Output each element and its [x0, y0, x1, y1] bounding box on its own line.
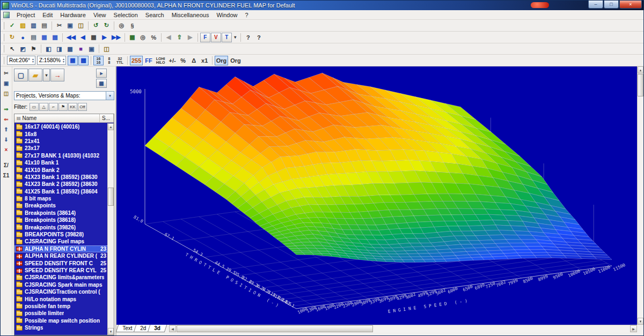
list-item[interactable]: 16x17 (40014) (40016)	[14, 123, 114, 130]
nav-next-button[interactable]: ▶	[99, 33, 109, 42]
history-back-button[interactable]: ◀	[164, 33, 174, 42]
list-item[interactable]: Breakpoints (38614)	[14, 210, 114, 216]
display-255-button[interactable]: 255	[130, 56, 143, 65]
undo-button[interactable]: ↺	[91, 21, 101, 31]
menu-selection[interactable]: Selection	[110, 11, 142, 19]
spinner-arrows[interactable]: ▲ ▼	[62, 58, 65, 63]
nav-last-button[interactable]: ▶▶	[110, 33, 122, 42]
scope-combobox[interactable]: Projects, Versions & Maps: ▾	[14, 91, 114, 100]
column-header-size[interactable]: S...	[100, 114, 114, 122]
list-item[interactable]: 23x17	[14, 145, 114, 152]
text-button[interactable]: T	[222, 33, 232, 42]
display-lohi-button[interactable]: LOHI HILO	[155, 56, 167, 65]
column-header-name[interactable]: ▤ Name	[14, 114, 100, 122]
spinner-down-icon[interactable]: ▼	[32, 61, 34, 63]
list-item[interactable]: ALPHA N FRONT CYLIN 23	[14, 245, 114, 252]
filter-type-button[interactable]: ⌐	[49, 103, 58, 111]
list-item[interactable]: possible limiter	[14, 310, 114, 317]
nav-prev-button[interactable]: ◀	[78, 33, 88, 42]
window-tile-button[interactable]: ▦	[65, 44, 75, 54]
insert-above-button[interactable]: ⇑	[2, 125, 11, 134]
list-item[interactable]: CJSRACING Fuel maps	[14, 238, 114, 245]
table-select-button[interactable]: ▦	[127, 33, 137, 42]
import-file-button[interactable]: →	[50, 69, 64, 81]
list-item[interactable]: Strings	[14, 324, 114, 331]
list-item[interactable]: CJSRACING Spark main maps	[14, 281, 114, 288]
maximize-button[interactable]: □	[604, 1, 619, 9]
factor-button[interactable]: F	[200, 33, 210, 42]
display-sign-button[interactable]: +/-	[167, 56, 178, 65]
horizontal-scrollbar[interactable]: ◀ ▶	[169, 325, 637, 332]
print-preview-button[interactable]: ▤	[28, 33, 39, 42]
list-item[interactable]: Breakpoints (38618)	[14, 216, 114, 223]
cut-button[interactable]: ✂	[54, 21, 64, 31]
flag-button[interactable]: ⚑	[28, 44, 39, 54]
filter-size-button[interactable]: ▭	[30, 103, 39, 111]
toolbar-grip[interactable]	[3, 57, 4, 64]
export-data-button[interactable]: ⇐	[2, 115, 11, 124]
sigma-one-button[interactable]: Σ1	[2, 171, 11, 180]
potentiometer-button[interactable]: ◫	[101, 44, 112, 54]
close-button[interactable]: ×	[619, 1, 642, 9]
nav-first-button[interactable]: ◀◀	[65, 33, 77, 42]
display-x1-button[interactable]: x1	[200, 56, 210, 65]
list-item[interactable]: CJSRACING limits&parameters	[14, 274, 114, 281]
spinner-arrows[interactable]: ▲ ▼	[32, 58, 34, 63]
copy-button[interactable]: ▣	[65, 21, 75, 31]
list-item[interactable]: BREAKPOINTS (39828)	[14, 231, 114, 238]
folder-up-button[interactable]: ⇧	[174, 33, 185, 42]
list-scrollbar[interactable]: ▲ ▼	[107, 123, 114, 335]
filter-kk-button[interactable]: KK	[68, 103, 77, 111]
menu-project[interactable]: Project	[13, 11, 39, 19]
add-checksum-button[interactable]: ✓	[7, 21, 17, 31]
list-item[interactable]: 41X23 Bank 2 (38592) (38630	[14, 181, 114, 188]
list-item[interactable]: 41X23 Bank 1 (38592) (38630	[14, 174, 114, 181]
select-pointer-button[interactable]: ↖	[7, 44, 17, 54]
export-small-button[interactable]: ▸	[96, 69, 107, 78]
filter-off-button[interactable]: Off	[78, 103, 87, 111]
list-item[interactable]: 8 bit maps	[14, 195, 114, 202]
menu-search[interactable]: Search	[142, 11, 168, 19]
display-percent-button[interactable]: %	[178, 56, 188, 65]
copy-button[interactable]: ▣	[2, 79, 11, 88]
open-folder-button[interactable]: ▨	[18, 21, 28, 31]
refresh-button[interactable]: ↻	[7, 33, 17, 42]
help-button[interactable]: ?	[243, 33, 253, 42]
value-button[interactable]: V	[211, 33, 221, 42]
scroll-left-icon[interactable]: ◀	[169, 325, 176, 332]
list-scrollbar-thumb[interactable]	[108, 188, 114, 206]
toolbar-grip[interactable]	[3, 34, 4, 41]
sigma-slash-button[interactable]: Σ/	[2, 161, 11, 170]
chevron-down-icon[interactable]: ▾	[106, 92, 114, 100]
width-ttl-button[interactable]: 32 TTL	[115, 56, 125, 65]
list-item[interactable]: 27x17 BANK 1 (41030) (41032	[14, 152, 114, 159]
list-item[interactable]: ALPHA N REAR CYLINDER ( 23	[14, 252, 114, 259]
print-button[interactable]: ▤	[39, 21, 49, 31]
options-button[interactable]: §	[127, 21, 137, 31]
context-help-button[interactable]: ?	[254, 33, 264, 42]
scroll-down-icon[interactable]: ▼	[108, 328, 114, 335]
minimize-button[interactable]: –	[588, 1, 603, 9]
toolbar-grip[interactable]	[3, 22, 4, 29]
title-bar[interactable]: WinOLS - Ducati Multistrada (Original), …	[1, 1, 643, 10]
display-delta-button[interactable]: Δ	[189, 56, 199, 65]
menu-help[interactable]: ?	[241, 11, 252, 19]
list-item[interactable]: 16x8	[14, 130, 114, 137]
tab-3d[interactable]: 3d	[148, 325, 167, 332]
table-zoom-button[interactable]: ◎	[138, 33, 148, 42]
scroll-down-icon[interactable]: ▼	[638, 318, 643, 325]
import-data-button[interactable]: ⇒	[2, 104, 11, 114]
width-16-button[interactable]: 16 16	[93, 56, 104, 65]
table-scale-button[interactable]: %	[149, 33, 159, 42]
open-project-button[interactable]: ▰	[28, 69, 42, 81]
display-org2-button[interactable]: Org	[229, 56, 243, 65]
grid-2d-button[interactable]: ▦	[68, 56, 78, 65]
scroll-up-icon[interactable]: ▲	[638, 66, 643, 73]
paste-button[interactable]: ◫	[2, 89, 11, 98]
split-vertical-button[interactable]: ◨	[54, 44, 64, 54]
cut-button[interactable]: ✂	[2, 69, 11, 78]
grid-edit-button[interactable]: ▩	[50, 33, 60, 42]
list-item[interactable]: Breakpoints	[14, 202, 114, 209]
list-item[interactable]: Breakpoints (39826)	[14, 223, 114, 230]
split-horizontal-button[interactable]: ◧	[43, 44, 54, 54]
